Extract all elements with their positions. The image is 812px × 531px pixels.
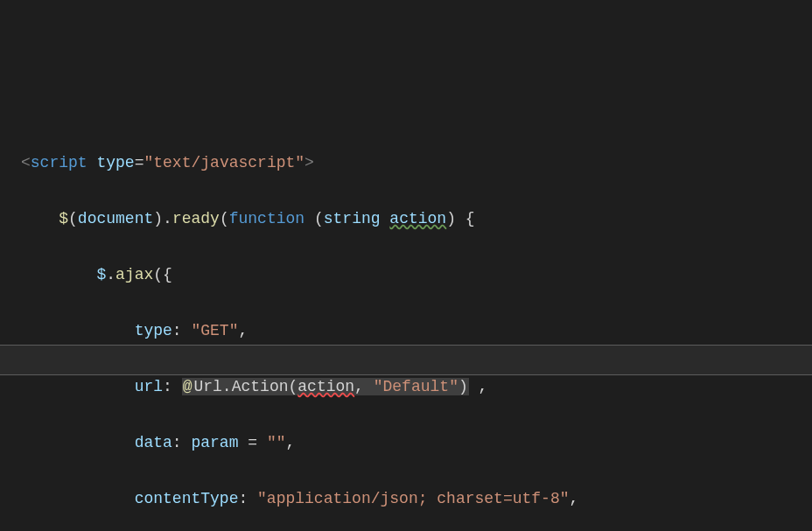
- code-line: <script type="text/javascript">: [0, 149, 812, 177]
- code-editor[interactable]: <script type="text/javascript"> $(docume…: [0, 0, 812, 531]
- code-line: type: "GET",: [0, 317, 812, 345]
- code-line: data: param = "",: [0, 429, 812, 457]
- code-line: url: @Url.Action(action, "Default") ,: [0, 373, 812, 401]
- code-line: $(document).ready(function (string actio…: [0, 205, 812, 233]
- code-line: contentType: "application/json; charset=…: [0, 485, 812, 513]
- code-content: <script type="text/javascript"> $(docume…: [0, 121, 812, 531]
- code-line: $.ajax({: [0, 261, 812, 289]
